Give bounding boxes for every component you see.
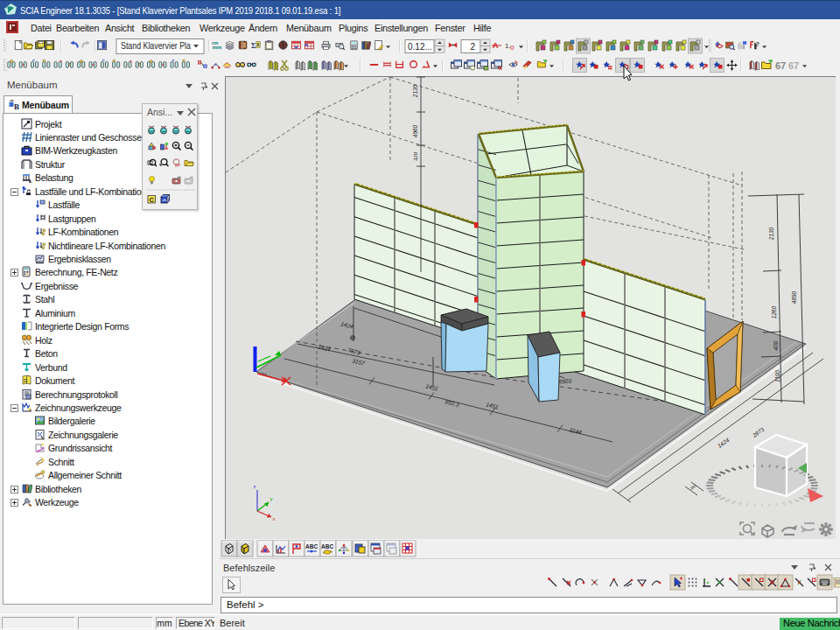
svg-text:Stand Klavervier Pla: Stand Klavervier Pla [121, 41, 191, 51]
svg-text:1424: 1424 [717, 437, 731, 449]
svg-text:67: 67 [775, 60, 786, 71]
svg-text:y: y [270, 496, 273, 501]
svg-text:z: z [254, 484, 256, 489]
svg-text:2130: 2130 [768, 227, 774, 241]
svg-text:1100: 1100 [774, 370, 780, 382]
svg-text:B: B [14, 102, 19, 111]
svg-text:0.12...: 0.12... [408, 42, 432, 52]
svg-text:40: 40 [350, 336, 355, 340]
svg-text:9503: 9503 [558, 377, 571, 384]
svg-text:2: 2 [470, 42, 475, 52]
svg-text:2873: 2873 [751, 426, 766, 439]
svg-text:1260: 1260 [771, 305, 777, 318]
svg-text:mm: mm [213, 45, 222, 50]
svg-text:Σ: Σ [251, 41, 256, 50]
svg-text:?: ? [756, 41, 760, 47]
svg-text:67: 67 [788, 60, 799, 71]
svg-text:4890: 4890 [791, 290, 797, 304]
svg-text:4960: 4960 [412, 124, 418, 137]
svg-text:360: 360 [690, 483, 697, 491]
svg-text:320: 320 [413, 151, 418, 161]
svg-text:2130: 2130 [412, 84, 418, 98]
svg-text:C: C [150, 196, 155, 204]
svg-text:400: 400 [773, 340, 779, 350]
svg-text:R: R [175, 163, 179, 168]
svg-text:ABC: ABC [305, 543, 318, 550]
svg-text:0: 0 [510, 44, 514, 52]
svg-text:ABC: ABC [321, 543, 333, 550]
svg-text:x: x [273, 516, 276, 522]
